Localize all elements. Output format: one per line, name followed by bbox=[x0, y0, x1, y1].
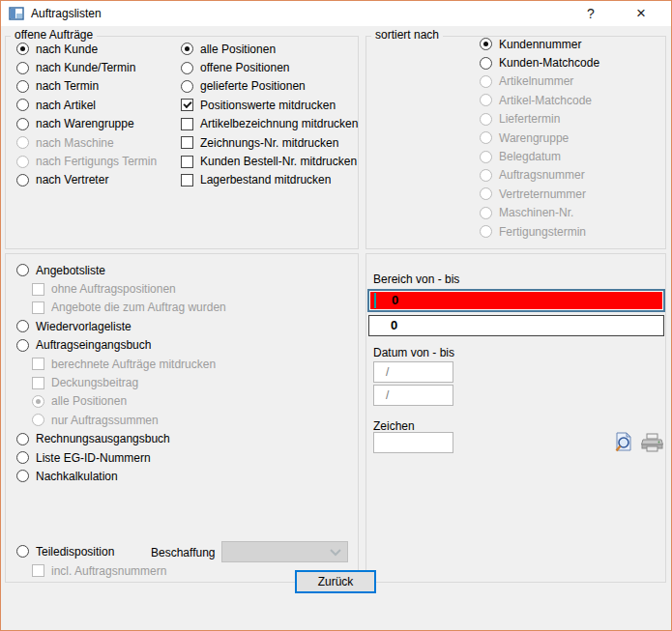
printer-icon[interactable] bbox=[641, 433, 663, 455]
groupbox-listen: Angebotslisteohne AuftragspositionenAnge… bbox=[5, 253, 359, 583]
zeichen-label: Zeichen bbox=[373, 419, 415, 433]
option-label: offene Positionen bbox=[200, 61, 290, 74]
option-label: nach Fertigungs Termin bbox=[36, 155, 157, 168]
radio-offene-positionen[interactable]: offene Positionen bbox=[181, 58, 358, 76]
checkbox-angebote-die-zum-auftrag-wurden: Angebote die zum Auftrag wurden bbox=[16, 299, 226, 317]
bereich-von-value: 0 bbox=[392, 293, 398, 307]
radio-gelieferte-positionen[interactable]: gelieferte Positionen bbox=[181, 77, 358, 96]
checkbox-icon[interactable] bbox=[181, 118, 193, 130]
radio-kunden-matchcode[interactable]: Kunden-Matchcode bbox=[480, 53, 599, 72]
radio-icon[interactable] bbox=[181, 62, 193, 74]
radio-selected-icon[interactable] bbox=[480, 38, 492, 50]
zurueck-button[interactable]: Zurück bbox=[295, 570, 376, 593]
print-preview-icon[interactable] bbox=[614, 432, 633, 456]
radio-auftragsnummer: Auftragsnummer bbox=[480, 166, 599, 185]
checkbox-icon bbox=[32, 301, 44, 314]
radio-icon[interactable] bbox=[16, 62, 29, 74]
radio-selected-icon[interactable] bbox=[16, 43, 29, 55]
radio-selected-icon bbox=[32, 395, 44, 408]
option-label: Positionswerte mitdrucken bbox=[200, 99, 336, 112]
radio-teiledisposition[interactable]: Teiledisposition bbox=[16, 542, 114, 560]
radio-icon[interactable] bbox=[16, 320, 29, 332]
radio-icon[interactable] bbox=[16, 451, 29, 464]
checkbox-kunden-bestell-nr-mitdrucken[interactable]: Kunden Bestell-Nr. mitdrucken bbox=[181, 152, 358, 170]
zurueck-label: Zurück bbox=[318, 575, 354, 588]
checkbox-deckungsbeitrag: Deckungsbeitrag bbox=[16, 373, 226, 391]
radio-belegdatum: Belegdatum bbox=[480, 147, 599, 165]
checkbox-icon[interactable] bbox=[181, 174, 193, 186]
radio-icon[interactable] bbox=[16, 545, 29, 558]
radio-alle-positionen[interactable]: alle Positionen bbox=[181, 40, 358, 58]
checkbox-artikelbezeichnung-mitdrucken[interactable]: Artikelbezeichnung mitdrucken bbox=[181, 115, 358, 133]
radio-nach-maschine: nach Maschine bbox=[16, 133, 157, 152]
datum-bis-value: / bbox=[386, 388, 389, 402]
datum-von-field[interactable]: / bbox=[373, 361, 453, 383]
radio-icon[interactable] bbox=[16, 80, 29, 93]
checkbox-incl-auftragsnummern: incl. Auftragsnummern bbox=[16, 561, 166, 580]
radio-selected-icon[interactable] bbox=[181, 43, 193, 55]
radio-kundennummer[interactable]: Kundennummer bbox=[480, 35, 599, 53]
checkbox-positionswerte-mitdrucken[interactable]: Positionswerte mitdrucken bbox=[181, 96, 358, 114]
radio-nach-warengruppe[interactable]: nach Warengruppe bbox=[16, 115, 157, 133]
beschaffung-dropdown bbox=[221, 541, 348, 562]
zeichen-field[interactable] bbox=[373, 432, 453, 453]
radio-icon[interactable] bbox=[16, 174, 29, 186]
beschaffung-label: Beschaffung bbox=[151, 546, 216, 559]
radio-alle-positionen: alle Positionen bbox=[16, 392, 226, 411]
bereich-von-field[interactable]: 0 bbox=[370, 292, 662, 309]
radio-icon[interactable] bbox=[16, 433, 29, 445]
radio-icon bbox=[480, 169, 492, 182]
checkbox-icon[interactable] bbox=[181, 156, 193, 168]
radio-nach-kunde[interactable]: nach Kunde bbox=[16, 40, 157, 58]
radio-icon bbox=[16, 156, 29, 168]
checkbox-selected-icon[interactable] bbox=[181, 99, 193, 111]
radio-icon[interactable] bbox=[480, 57, 492, 70]
radio-vertreternummer: Vertreternummer bbox=[480, 185, 599, 203]
window-title: Auftragslisten bbox=[31, 1, 102, 26]
bereich-von-field-focus-ring: 0 bbox=[367, 289, 665, 312]
radio-icon[interactable] bbox=[16, 264, 29, 276]
checkbox-lagerbestand-mitdrucken[interactable]: Lagerbestand mitdrucken bbox=[181, 171, 358, 189]
radio-angebotsliste[interactable]: Angebotsliste bbox=[16, 261, 226, 279]
option-label: alle Positionen bbox=[51, 394, 127, 408]
option-label: nur Auftragssummen bbox=[51, 414, 159, 427]
radio-icon bbox=[480, 187, 492, 200]
radio-nachkalkulation[interactable]: Nachkalkulation bbox=[16, 467, 226, 485]
radio-nach-artikel[interactable]: nach Artikel bbox=[16, 96, 157, 114]
option-label: Angebotsliste bbox=[36, 264, 105, 277]
help-button[interactable]: ? bbox=[575, 1, 606, 26]
option-label: berechnete Aufträge mitdrucken bbox=[51, 358, 216, 371]
sortiert-nach-options: KundennummerKunden-MatchcodeArtikelnumme… bbox=[480, 35, 599, 241]
radio-nach-termin[interactable]: nach Termin bbox=[16, 77, 157, 96]
radio-auftragseingangsbuch[interactable]: Auftragseingangsbuch bbox=[16, 336, 226, 355]
checkbox-zeichnungs-nr-mitdrucken[interactable]: Zeichnungs-Nr. mitdrucken bbox=[181, 133, 358, 152]
option-label: Artikelnummer bbox=[499, 74, 573, 88]
checkbox-berechnete-aufträge-mitdrucken: berechnete Aufträge mitdrucken bbox=[16, 355, 226, 373]
radio-icon[interactable] bbox=[16, 339, 29, 352]
offene-auftraege-options: nach Kundenach Kunde/Terminnach Terminna… bbox=[16, 40, 157, 189]
radio-wiedervorlageliste[interactable]: Wiedervorlageliste bbox=[16, 317, 226, 335]
radio-icon[interactable] bbox=[16, 99, 29, 111]
radio-icon[interactable] bbox=[16, 118, 29, 130]
radio-nach-vertreter[interactable]: nach Vertreter bbox=[16, 171, 157, 189]
close-button[interactable]: × bbox=[626, 1, 657, 26]
bereich-bis-field[interactable]: 0 bbox=[368, 315, 664, 336]
option-label: Fertigungstermin bbox=[499, 225, 586, 239]
option-label: Kunden Bestell-Nr. mitdrucken bbox=[200, 155, 357, 168]
radio-icon[interactable] bbox=[16, 470, 29, 482]
radio-icon bbox=[32, 414, 44, 426]
option-label: nach Termin bbox=[36, 79, 99, 93]
option-label: incl. Auftragsnummern bbox=[51, 564, 166, 578]
bereich-bis-value: 0 bbox=[391, 318, 397, 332]
radio-rechnungsausgangsbuch[interactable]: Rechnungsausgangsbuch bbox=[16, 430, 226, 448]
datum-bis-field[interactable]: / bbox=[373, 385, 453, 406]
checkbox-icon bbox=[32, 564, 44, 577]
radio-nach-kunde-termin[interactable]: nach Kunde/Termin bbox=[16, 58, 157, 76]
checkbox-icon[interactable] bbox=[181, 136, 193, 149]
option-label: Artikelbezeichnung mitdrucken bbox=[200, 117, 358, 130]
radio-icon bbox=[480, 75, 492, 88]
radio-icon[interactable] bbox=[181, 80, 193, 93]
radio-liefertermin: Liefertermin bbox=[480, 110, 599, 129]
positionen-options: alle Positionenoffene Positionengeliefer… bbox=[181, 40, 358, 189]
radio-liste-eg-id-nummern[interactable]: Liste EG-ID-Nummern bbox=[16, 448, 226, 467]
